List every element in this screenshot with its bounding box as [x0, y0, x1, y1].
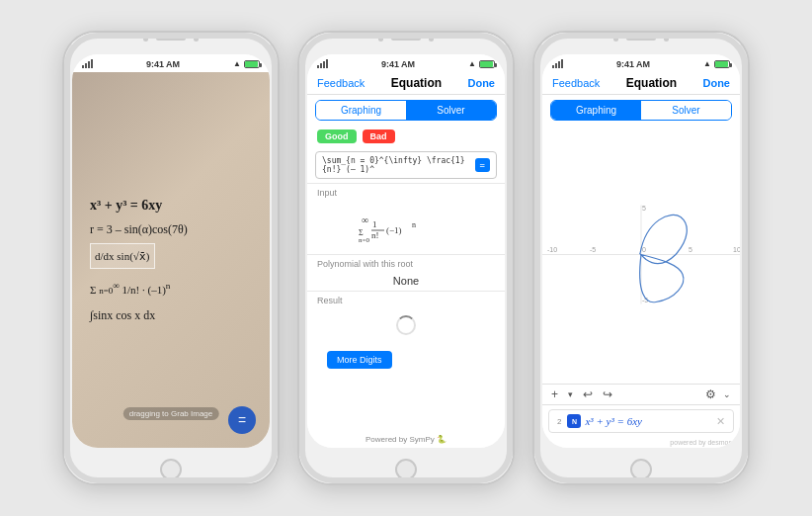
nav-title-3: Equation — [626, 76, 677, 90]
nav-bar-3: Feedback Equation Done — [542, 72, 740, 95]
done-button-2[interactable]: Done — [467, 77, 495, 89]
settings-button[interactable]: ⚙ — [705, 387, 716, 401]
phone-inner-2: 9:41 AM ▲ Feedback Equation Done Graphin… — [307, 54, 505, 448]
tab-solver-2[interactable]: Solver — [406, 101, 496, 120]
hw-eq-2: r = 3 – sin(α)cos(7θ) — [90, 220, 188, 239]
tab-graphing-2[interactable]: Graphing — [316, 101, 406, 120]
status-bar-3: 9:41 AM ▲ — [542, 54, 740, 72]
phone-bottom-1 — [64, 456, 278, 483]
solver-content: Input ∞ Σ n=0 1 n! (−1) n Polynomial wit… — [307, 183, 505, 448]
bad-badge[interactable]: Bad — [363, 129, 395, 143]
graph-area[interactable]: -10 -5 0 5 10 5 -5 — [542, 126, 740, 384]
camera-dot-1 — [143, 37, 148, 42]
polynomial-label: Polynomial with this root — [307, 254, 505, 271]
svg-text:10: 10 — [733, 246, 740, 253]
home-button-3[interactable] — [630, 459, 652, 480]
phone-camera: 9:41 AM ▲ x³ + y³ = 6xy r = 3 – sin(α)co… — [62, 31, 280, 485]
battery-2 — [479, 60, 495, 68]
done-button-3[interactable]: Done — [702, 77, 730, 89]
home-button-2[interactable] — [395, 459, 417, 480]
result-label: Result — [307, 291, 505, 307]
speaker-2 — [391, 37, 421, 41]
undo-button[interactable]: ↩ — [580, 387, 596, 401]
bar4b — [326, 59, 328, 68]
dropdown-button[interactable]: ▾ — [565, 389, 576, 399]
tab-solver-3[interactable]: Solver — [641, 101, 731, 120]
graph-svg: -10 -5 0 5 10 5 -5 — [542, 126, 740, 384]
nav-bar-2: Feedback Equation Done — [307, 72, 505, 95]
svg-text:n=0: n=0 — [359, 236, 369, 244]
phone-graph: 9:41 AM ▲ Feedback Equation Done Graphin… — [532, 31, 750, 485]
good-badge[interactable]: Good — [317, 129, 357, 143]
result-value — [307, 307, 505, 343]
phone-top-bar-1 — [64, 33, 278, 44]
svg-text:5: 5 — [689, 246, 692, 253]
hw-eq-1: x³ + y³ = 6xy — [90, 195, 162, 216]
bar4 — [91, 59, 93, 68]
line-number: 2 — [557, 417, 561, 426]
phone-top-bar-3 — [534, 33, 748, 44]
bar1 — [82, 65, 84, 68]
signal-icon-3: ▲ — [703, 59, 711, 68]
polynomial-value: None — [307, 271, 505, 291]
svg-text:-10: -10 — [547, 246, 557, 253]
equation-input-box[interactable]: \sum_{n = 0}^{\infty} \frac{1}{n!} (– 1)… — [315, 151, 497, 179]
time-2: 9:41 AM — [381, 59, 415, 69]
svg-text:∞: ∞ — [362, 215, 368, 225]
signal-3 — [552, 59, 563, 68]
eq-equals-icon[interactable]: = — [475, 158, 490, 172]
redo-button[interactable]: ↪ — [600, 387, 615, 401]
svg-text:1: 1 — [372, 219, 377, 229]
bar2 — [85, 63, 87, 68]
more-digits-button[interactable]: More Digits — [327, 351, 392, 369]
svg-text:n: n — [412, 220, 416, 229]
battery-1 — [244, 60, 260, 68]
bar2b — [320, 63, 322, 68]
loading-spinner — [396, 315, 416, 335]
hw-eq-3-box: d/dx sin(√x̄) — [90, 243, 155, 269]
bar3b — [323, 61, 325, 68]
powered-by-2: Powered by SymPy 🐍 — [307, 431, 505, 448]
handwriting-area: x³ + y³ = 6xy r = 3 – sin(α)cos(7θ) d/dx… — [72, 72, 270, 448]
input-label: Input — [307, 183, 505, 200]
time-1: 9:41 AM — [146, 59, 180, 69]
tab-bar-2: Graphing Solver — [315, 100, 497, 121]
eq-close-button[interactable]: ✕ — [716, 415, 725, 428]
svg-text:n!: n! — [371, 230, 379, 240]
camera-content: x³ + y³ = 6xy r = 3 – sin(α)cos(7θ) d/dx… — [72, 72, 270, 448]
eq-card-text[interactable]: x³ + y³ = 6xy — [585, 415, 641, 427]
bar3c — [558, 61, 560, 68]
signal-1 — [82, 59, 93, 68]
battery-3 — [714, 60, 730, 68]
hw-eq-5: ∫sinx cos x dx — [90, 306, 155, 325]
home-button-1[interactable] — [160, 459, 182, 480]
svg-text:(−1): (−1) — [386, 225, 402, 235]
equation-input-text: \sum_{n = 0}^{\infty} \frac{1}{n!} (– 1)… — [322, 156, 475, 174]
hw-eq-4: Σ n=0∞ 1/n! · (–1)n — [90, 279, 170, 299]
status-bar-2: 9:41 AM ▲ — [307, 54, 505, 72]
equation-card: 2 N x³ + y³ = 6xy ✕ — [548, 409, 734, 433]
tab-graphing-3[interactable]: Graphing — [551, 101, 641, 120]
phone-bottom-2 — [299, 456, 513, 483]
add-expression-button[interactable]: + — [548, 387, 561, 401]
phone-top-bar-2 — [299, 33, 513, 44]
svg-text:-5: -5 — [590, 246, 596, 253]
status-bar-1: 9:41 AM ▲ — [72, 54, 270, 72]
icons-2: ▲ — [468, 59, 495, 68]
desmos-label: powered by desmos — [542, 437, 740, 448]
feedback-button[interactable]: Feedback — [317, 77, 365, 89]
nav-title-2: Equation — [391, 76, 442, 90]
time-3: 9:41 AM — [616, 59, 650, 69]
signal-icon-1: ▲ — [233, 59, 241, 68]
camera-dot-3 — [378, 37, 383, 42]
camera-bg: x³ + y³ = 6xy r = 3 – sin(α)cos(7θ) d/dx… — [72, 72, 270, 448]
equals-button[interactable]: = — [228, 406, 256, 434]
feedback-button-3[interactable]: Feedback — [552, 77, 600, 89]
phone-bottom-3 — [534, 456, 748, 483]
speaker-1 — [156, 37, 186, 41]
bar1c — [552, 65, 554, 68]
input-math-display: ∞ Σ n=0 1 n! (−1) n — [307, 200, 505, 254]
feedback-badges: Good Bad — [307, 126, 505, 147]
camera-dot-4 — [429, 37, 434, 42]
collapse-button[interactable]: ⌄ — [720, 389, 734, 399]
